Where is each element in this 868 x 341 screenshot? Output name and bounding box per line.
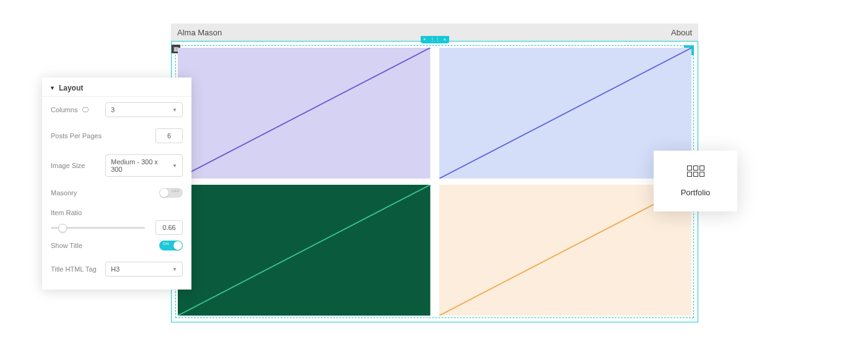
panel-section-title: Layout	[59, 84, 83, 92]
editor-canvas: Alma Mason About + ⋮⋮ × ▦ ✎	[171, 24, 698, 322]
toggle-off-text: OFF	[172, 189, 180, 193]
portfolio-tile[interactable]	[178, 48, 431, 179]
masonry-toggle[interactable]: OFF	[159, 188, 183, 198]
item-ratio-input[interactable]: 0.66	[156, 220, 183, 235]
caret-down-icon: ▼	[50, 85, 55, 91]
layout-settings-panel: ▼ Layout Columns 🖵 3 ▼ Posts Per Pages 6…	[42, 78, 191, 290]
toggle-knob	[173, 241, 182, 250]
site-title: Alma Mason	[177, 28, 222, 37]
title-html-tag-label: Title HTML Tag	[51, 265, 97, 273]
posts-per-page-input[interactable]: 6	[156, 128, 183, 143]
title-html-tag-select[interactable]: H3 ▼	[105, 262, 183, 277]
image-size-label: Image Size	[51, 162, 85, 169]
close-icon[interactable]: ×	[444, 37, 447, 42]
item-ratio-slider[interactable]	[51, 221, 145, 234]
chevron-down-icon: ▼	[172, 107, 177, 113]
columns-select[interactable]: 3 ▼	[105, 102, 183, 117]
desktop-icon[interactable]: 🖵	[82, 106, 89, 113]
image-size-value: Medium - 300 x 300	[111, 158, 169, 173]
plus-icon[interactable]: +	[423, 37, 426, 42]
section-container[interactable]: + ⋮⋮ × ▦ ✎	[171, 41, 698, 322]
toggle-on-text: ON	[163, 242, 169, 246]
drag-dots-icon[interactable]: ⋮⋮	[430, 37, 440, 42]
widget-label: Portfolio	[681, 188, 711, 197]
image-size-select[interactable]: Medium - 300 x 300 ▼	[105, 154, 183, 177]
grid-icon	[687, 166, 704, 177]
portfolio-widget-card[interactable]: Portfolio	[654, 151, 737, 211]
column-container[interactable]	[175, 45, 694, 318]
posts-per-page-value: 6	[167, 132, 171, 140]
slider-thumb[interactable]	[58, 224, 67, 232]
show-title-label: Show Title	[51, 242, 82, 249]
panel-section-header[interactable]: ▼ Layout	[42, 78, 191, 97]
section-handle[interactable]: + ⋮⋮ ×	[421, 36, 449, 43]
chevron-down-icon: ▼	[172, 163, 177, 169]
masonry-label: Masonry	[51, 189, 77, 197]
item-ratio-value: 0.66	[162, 224, 175, 231]
columns-value: 3	[111, 106, 115, 113]
show-title-toggle[interactable]: ON	[159, 241, 183, 250]
nav-link-about[interactable]: About	[671, 28, 692, 37]
chevron-down-icon: ▼	[172, 267, 177, 272]
posts-per-page-label: Posts Per Pages	[51, 132, 102, 140]
columns-label: Columns 🖵	[51, 106, 89, 113]
item-ratio-label: Item Ratio	[51, 209, 82, 216]
portfolio-tile[interactable]	[178, 185, 431, 316]
portfolio-grid	[178, 48, 691, 316]
title-html-tag-value: H3	[111, 265, 120, 273]
toggle-knob	[160, 188, 169, 197]
